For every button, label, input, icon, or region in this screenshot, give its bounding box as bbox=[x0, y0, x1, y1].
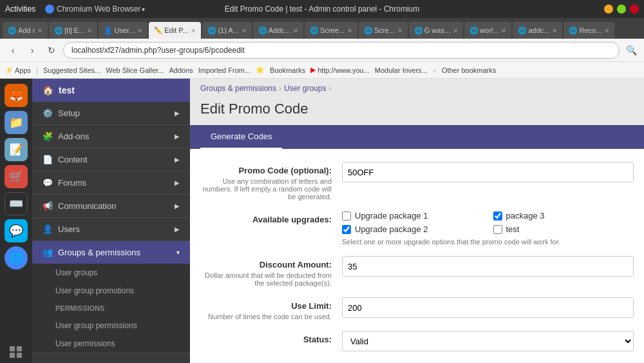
forward-button[interactable]: › bbox=[24, 43, 40, 58]
discount-row: Discount Amount: Dollar amount that will… bbox=[200, 256, 634, 287]
groups-icon: 👥 bbox=[43, 248, 53, 257]
tab-close-icon[interactable]: ✕ bbox=[604, 27, 609, 34]
tab-close-icon[interactable]: ✕ bbox=[242, 27, 247, 34]
tab-favicon: ✏️ bbox=[154, 26, 162, 34]
software-icon[interactable]: 🛒 bbox=[5, 165, 28, 188]
tab-close-icon[interactable]: ✕ bbox=[552, 27, 557, 34]
tab-addc1[interactable]: 🌐 Addc... ✕ bbox=[253, 22, 303, 39]
breadcrumb-user-groups[interactable]: User groups bbox=[284, 84, 326, 93]
tab-reco[interactable]: 🌐 Reco... ✕ bbox=[564, 22, 614, 39]
tab-close-icon[interactable]: ✕ bbox=[137, 27, 142, 34]
test-upgrade-item: test bbox=[493, 224, 634, 234]
bookmark-imported[interactable]: Imported From... bbox=[198, 66, 251, 74]
groups-sub-items: User groups User group promotions Permis… bbox=[32, 264, 190, 353]
sidebar-item-setup[interactable]: ⚙️ Setup ▶ bbox=[32, 102, 190, 124]
maximize-button[interactable] bbox=[617, 5, 626, 14]
forums-icon: 💬 bbox=[43, 178, 53, 188]
admin-sidebar: 🏠 test ⚙️ Setup ▶ 🧩 Add-ons ▶ bbox=[32, 79, 190, 363]
firefox-icon[interactable]: 🦊 bbox=[5, 84, 28, 107]
tab-close-icon[interactable]: ✕ bbox=[453, 27, 458, 34]
breadcrumb-sep-1: › bbox=[279, 84, 281, 93]
bookmark-webslice[interactable]: Web Slice Galler... bbox=[106, 66, 164, 74]
breadcrumb-groups[interactable]: Groups & permissions bbox=[200, 84, 276, 93]
sidebar-item-group-promotions[interactable]: User group promotions bbox=[32, 282, 190, 300]
text-editor-icon[interactable]: 📝 bbox=[5, 138, 28, 161]
sidebar-section-forums: 💬 Forums ▶ bbox=[32, 172, 190, 195]
bookmark-youtube[interactable]: ▶ http://www.you... bbox=[310, 66, 370, 74]
discount-input[interactable] bbox=[342, 256, 634, 277]
bookmark-other[interactable]: Other bookmarks bbox=[442, 66, 496, 74]
activities-menu[interactable]: Activities bbox=[5, 5, 35, 14]
setup-icon: ⚙️ bbox=[43, 108, 53, 118]
reload-button[interactable]: ↻ bbox=[44, 43, 59, 58]
breadcrumb-sep-2: › bbox=[328, 84, 331, 93]
tab-1a[interactable]: 🌐 (1) A... ✕ bbox=[202, 22, 251, 39]
bookmark-modular[interactable]: Modular Invers... bbox=[375, 66, 428, 74]
tab-add[interactable]: 🌐 Add r ✕ bbox=[3, 22, 48, 39]
apps-grid-icon[interactable] bbox=[10, 346, 23, 358]
tab-scre2[interactable]: 🌐 Scre... ✕ bbox=[359, 22, 408, 39]
sidebar-item-addons[interactable]: 🧩 Add-ons ▶ bbox=[32, 125, 190, 148]
sidebar-section-users: 👤 Users ▶ bbox=[32, 218, 190, 241]
tab-close-icon[interactable]: ✕ bbox=[347, 27, 352, 34]
home-icon[interactable]: 🏠 bbox=[43, 85, 53, 95]
package-3-checkbox[interactable] bbox=[493, 211, 502, 221]
upgrade-package-2-label: Upgrade package 2 bbox=[355, 224, 428, 234]
tab-close-icon[interactable]: ✕ bbox=[87, 27, 92, 34]
status-select[interactable]: Valid Invalid bbox=[342, 331, 634, 351]
discount-label: Discount Amount: bbox=[200, 260, 332, 270]
sidebar-item-forums[interactable]: 💬 Forums ▶ bbox=[32, 172, 190, 194]
use-limit-label: Use Limit: bbox=[200, 301, 332, 311]
bookmark-suggested[interactable]: Suggested Sites... bbox=[43, 66, 100, 74]
chrome-icon[interactable]: 🌐 bbox=[5, 246, 28, 270]
tab-scree1[interactable]: 🌐 Scree... ✕ bbox=[305, 22, 357, 39]
upgrade-package-2-checkbox[interactable] bbox=[342, 225, 351, 234]
bookmark-bookmarks[interactable]: Bookmarks bbox=[270, 66, 305, 74]
sidebar-item-communication[interactable]: 📢 Communication ▶ bbox=[32, 195, 190, 217]
sidebar-item-groups[interactable]: 👥 Groups & permissions ▾ bbox=[32, 241, 190, 264]
users-arrow-icon: ▶ bbox=[175, 226, 180, 233]
status-row: Status: Valid Invalid bbox=[200, 331, 634, 351]
url-input[interactable] bbox=[63, 42, 620, 59]
sidebar-item-user-permissions[interactable]: User permissions bbox=[32, 335, 190, 353]
tab-favicon: 🌐 bbox=[569, 26, 576, 34]
permissions-header: Permissions bbox=[32, 300, 190, 317]
tab-close-icon[interactable]: ✕ bbox=[37, 27, 43, 34]
tab-close-icon[interactable]: ✕ bbox=[397, 27, 402, 34]
tab-favicon: 🌐 bbox=[258, 26, 266, 34]
files-icon[interactable]: 📁 bbox=[5, 111, 28, 134]
sidebar-item-content[interactable]: 📄 Content ▶ bbox=[32, 148, 190, 171]
tab-favicon: 🌐 bbox=[54, 26, 62, 34]
upgrades-checkboxes: Upgrade package 1 package 3 Upgrade pack… bbox=[342, 211, 634, 234]
tab-addc2[interactable]: 🌐 addc... ✕ bbox=[513, 22, 562, 39]
tab-worl[interactable]: 🌐 worl... ✕ bbox=[464, 22, 511, 39]
package-3-label: package 3 bbox=[506, 211, 545, 221]
tab-user[interactable]: 👤 User... ✕ bbox=[99, 22, 147, 39]
tab-favicon: 🌐 bbox=[414, 26, 422, 34]
breadcrumb: Groups & permissions › User groups › bbox=[190, 79, 644, 98]
terminal-icon[interactable]: ⌨️ bbox=[5, 192, 28, 215]
minimize-button[interactable] bbox=[604, 5, 613, 14]
bookmark-addons[interactable]: Addons bbox=[169, 66, 193, 74]
upgrade-package-1-checkbox[interactable] bbox=[342, 211, 351, 221]
sidebar-item-user-group-permissions[interactable]: User group permissions bbox=[32, 317, 190, 335]
bookmark-apps[interactable]: ⚡ Apps bbox=[5, 66, 31, 74]
test-upgrade-checkbox[interactable] bbox=[493, 225, 502, 234]
tab-gwas[interactable]: 🌐 G was... ✕ bbox=[409, 22, 463, 39]
tab-generate-codes[interactable]: Generate Codes bbox=[200, 125, 282, 149]
sidebar-item-user-groups[interactable]: User groups bbox=[32, 264, 190, 282]
tab-close-icon[interactable]: ✕ bbox=[501, 27, 506, 34]
tab-edit-promo[interactable]: ✏️ Edit P... ✕ bbox=[149, 22, 201, 39]
promo-code-input[interactable] bbox=[342, 162, 634, 182]
tab-tl[interactable]: 🌐 [tl]:E... ✕ bbox=[49, 22, 97, 39]
back-button[interactable]: ‹ bbox=[5, 43, 21, 58]
tab-close-icon[interactable]: ✕ bbox=[293, 27, 298, 34]
search-icon[interactable]: 🔍 bbox=[623, 43, 639, 58]
skype-icon[interactable]: 💬 bbox=[5, 219, 28, 242]
tab-close-icon[interactable]: ✕ bbox=[191, 27, 196, 34]
sidebar-item-users[interactable]: 👤 Users ▶ bbox=[32, 218, 190, 240]
users-icon: 👤 bbox=[43, 224, 53, 234]
communication-icon: 📢 bbox=[43, 201, 53, 211]
close-button[interactable] bbox=[630, 5, 639, 14]
use-limit-input[interactable] bbox=[342, 297, 634, 318]
